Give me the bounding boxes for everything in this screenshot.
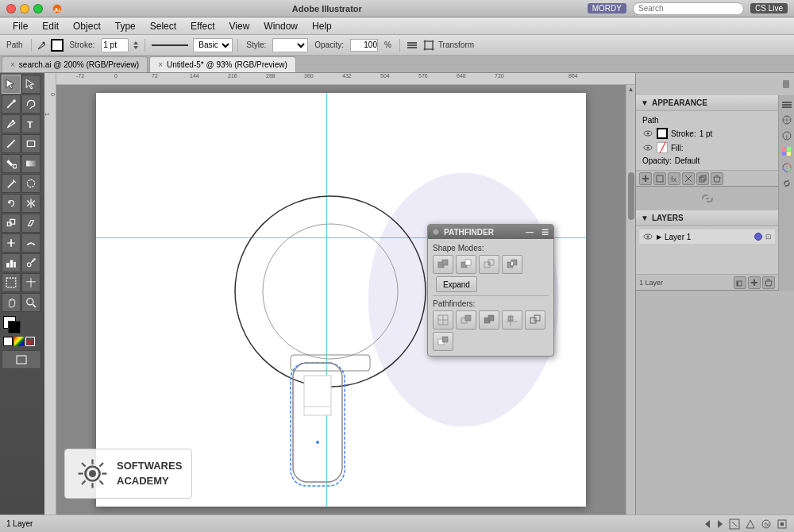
menu-type[interactable]: Type — [109, 19, 142, 33]
search-input[interactable] — [633, 2, 744, 15]
layers-icon[interactable] — [781, 98, 792, 110]
menu-view[interactable]: View — [223, 19, 256, 33]
outline-button[interactable] — [525, 310, 545, 330]
duplicate-item[interactable] — [696, 172, 709, 185]
menu-file[interactable]: File — [6, 19, 34, 33]
style-select[interactable] — [272, 38, 308, 52]
layer-prev-icon[interactable] — [703, 519, 711, 530]
fill-color-box[interactable]: ╱ — [657, 142, 668, 153]
stroke-color-box[interactable] — [657, 128, 668, 139]
artboard-tool[interactable] — [2, 273, 21, 292]
paintbucket-tool[interactable] — [2, 154, 21, 173]
layer-expand-icon[interactable]: ▶ — [657, 233, 661, 241]
exclude-button[interactable] — [502, 255, 522, 274]
cs-live-button[interactable]: CS Live — [750, 3, 788, 13]
tab-close-untitled[interactable]: × — [158, 60, 163, 69]
crop-button[interactable] — [502, 310, 522, 330]
pathfinder-title-bar[interactable]: PATHFINDER — ☰ — [428, 225, 553, 239]
status-icon-2[interactable] — [745, 519, 756, 530]
menu-select[interactable]: Select — [144, 19, 183, 33]
pathfinder-close[interactable]: — — [526, 228, 534, 237]
warp-tool[interactable] — [21, 233, 40, 253]
opacity-input[interactable] — [350, 39, 378, 52]
pencil-tool[interactable] — [2, 174, 21, 193]
clear-appearance[interactable] — [682, 172, 695, 185]
lasso-tool[interactable] — [21, 94, 40, 114]
info-icon[interactable]: i — [781, 130, 792, 141]
delete-layer[interactable] — [762, 276, 775, 289]
trim-button[interactable] — [456, 310, 476, 330]
add-effect[interactable]: fx — [668, 172, 680, 185]
layer-visibility-icon[interactable] — [642, 231, 653, 242]
hand-tool[interactable] — [2, 293, 21, 312]
add-new-stroke[interactable] — [639, 172, 652, 185]
width-tool[interactable] — [2, 233, 21, 253]
layer-options-icon[interactable]: ⊡ — [765, 233, 772, 241]
close-button[interactable] — [6, 4, 16, 13]
pathfinder-options[interactable]: ☰ — [542, 228, 549, 237]
type-tool[interactable]: T — [21, 114, 40, 133]
color-icon[interactable] — [781, 162, 792, 173]
line-tool[interactable] — [2, 134, 21, 153]
menu-window[interactable]: Window — [257, 19, 304, 33]
screen-mode-button[interactable] — [2, 350, 41, 369]
blur-tool[interactable] — [21, 174, 40, 193]
create-new-layer[interactable] — [748, 276, 761, 289]
menu-effect[interactable]: Effect — [184, 19, 221, 33]
maximize-button[interactable] — [33, 4, 43, 13]
layer-next-icon[interactable] — [716, 519, 724, 530]
rotate-tool[interactable] — [2, 194, 21, 213]
unite-button[interactable] — [433, 255, 453, 274]
stroke-color[interactable] — [8, 321, 21, 333]
scroll-up-arrow[interactable]: ▲ — [627, 85, 635, 94]
layer-item[interactable]: ▶ Layer 1 ⊡ — [639, 229, 775, 244]
tab-untitled-5[interactable]: × Untitled-5* @ 93% (RGB/Preview) — [149, 56, 296, 72]
user-badge[interactable]: MORDY — [588, 3, 626, 13]
color-mode[interactable] — [3, 337, 13, 346]
tab-close-search[interactable]: × — [10, 60, 15, 69]
symbol-sprayer-tool[interactable] — [21, 253, 40, 272]
stroke-weight-up-down[interactable] — [132, 40, 140, 51]
minus-back-button[interactable] — [433, 332, 453, 351]
status-icon-1[interactable] — [729, 519, 740, 530]
add-new-fill[interactable] — [653, 172, 666, 185]
navigator-icon[interactable] — [781, 114, 792, 125]
merge-button[interactable] — [479, 310, 499, 330]
stroke-weight-input[interactable] — [101, 38, 129, 52]
delete-item[interactable] — [711, 172, 723, 185]
align-icon[interactable] — [406, 39, 418, 52]
pen-tool[interactable] — [2, 114, 21, 133]
minus-front-button[interactable] — [456, 255, 476, 274]
rectangle-tool[interactable] — [21, 134, 40, 153]
gradient-tool[interactable] — [21, 154, 40, 173]
intersect-button[interactable] — [479, 255, 499, 274]
menu-help[interactable]: Help — [306, 19, 338, 33]
transform-icon[interactable] — [422, 39, 435, 52]
direct-selection-tool[interactable] — [21, 75, 40, 94]
minimize-button[interactable] — [20, 4, 29, 13]
scale-tool[interactable] — [2, 214, 21, 233]
stroke-visibility-icon[interactable] — [642, 128, 653, 139]
selection-tool[interactable] — [2, 75, 21, 94]
menu-edit[interactable]: Edit — [36, 19, 65, 33]
zoom-tool[interactable] — [21, 293, 40, 312]
shear-tool[interactable] — [21, 214, 40, 233]
appearance-header[interactable]: ▼ APPEARANCE — [636, 95, 778, 111]
expand-button[interactable]: Expand — [436, 276, 477, 292]
gradient-mode[interactable] — [14, 337, 24, 346]
tab-search-ai[interactable]: × search.ai @ 200% (RGB/Preview) — [2, 56, 148, 72]
fill-visibility-icon[interactable] — [642, 142, 653, 153]
status-icon-3[interactable]: fx — [761, 519, 772, 530]
create-new-sublayer[interactable] — [734, 276, 746, 289]
swatches-icon[interactable] — [781, 146, 792, 157]
layer-name[interactable]: Layer 1 — [665, 233, 751, 241]
reflect-tool[interactable] — [21, 194, 40, 213]
links-icon[interactable] — [781, 178, 792, 189]
column-graph-tool[interactable] — [2, 253, 21, 272]
magic-wand-tool[interactable] — [2, 94, 21, 114]
scrollbar-vertical[interactable]: ▲ ▼ — [626, 85, 635, 522]
menu-object[interactable]: Object — [67, 19, 107, 33]
layers-header[interactable]: ▼ LAYERS — [636, 210, 778, 226]
none-mode[interactable]: ⊘ — [25, 337, 35, 346]
divide-button[interactable] — [433, 310, 453, 330]
